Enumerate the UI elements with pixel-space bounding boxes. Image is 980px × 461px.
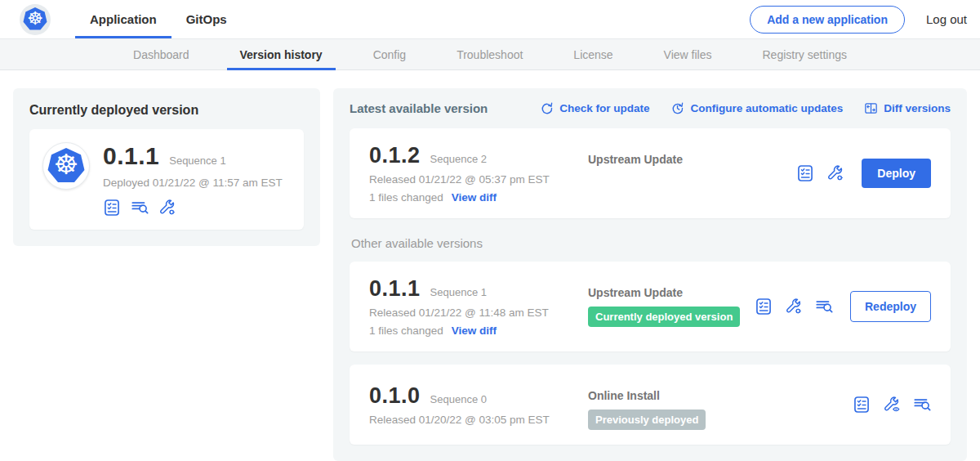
wrench-eye-icon	[883, 396, 901, 414]
deployed-version-info: 0.1.1 Sequence 1 Deployed 01/21/22 @ 11:…	[103, 142, 283, 217]
checklist-icon	[103, 199, 121, 217]
deploy-button[interactable]: Deploy	[862, 159, 931, 188]
kubernetes-helm-wheel-icon: ☸	[23, 7, 48, 32]
top-nav-bar: ☸ Application GitOps Add a new applicati…	[0, 0, 980, 38]
subnav-view-files[interactable]: View files	[646, 39, 730, 69]
checklist-icon	[755, 298, 773, 316]
version-source: Upstream Update Currently deployed versi…	[588, 276, 755, 327]
view-files-button[interactable]	[131, 199, 149, 217]
deployed-sequence: Sequence 1	[169, 154, 225, 167]
check-for-update-link[interactable]: Check for update	[540, 101, 649, 115]
version-number: 0.1.2	[369, 143, 421, 168]
split-compare-icon	[864, 101, 878, 115]
release-notes-button[interactable]	[103, 199, 121, 217]
subnav-troubleshoot[interactable]: Troubleshoot	[439, 39, 541, 69]
tab-application-label: Application	[90, 12, 157, 26]
currently-deployed-panel: Currently deployed version ☸ 0.1.1 Seque…	[13, 88, 320, 246]
files-changed-label: 1 files changed	[369, 324, 443, 337]
version-sequence: Sequence 1	[430, 286, 487, 298]
view-files-button[interactable]	[913, 396, 931, 414]
diff-versions-link[interactable]: Diff versions	[864, 101, 951, 115]
version-info: 0.1.1 Sequence 1 Released 01/21/22 @ 11:…	[369, 276, 588, 337]
edit-config-button[interactable]	[158, 199, 176, 217]
subnav-registry-settings[interactable]: Registry settings	[745, 39, 865, 69]
latest-version-title: Latest available version	[350, 101, 488, 115]
subnav-license[interactable]: License	[555, 39, 630, 69]
version-info: 0.1.2 Sequence 2 Released 01/21/22 @ 05:…	[369, 143, 588, 204]
version-number: 0.1.1	[369, 276, 421, 302]
checklist-icon	[796, 164, 814, 182]
view-config-button[interactable]	[883, 396, 901, 414]
deployed-timestamp: Deployed 01/21/22 @ 11:57 am EST	[103, 177, 283, 189]
subnav-config[interactable]: Config	[355, 39, 424, 69]
previously-deployed-badge: Previously deployed	[588, 410, 706, 430]
release-notes-button[interactable]	[796, 164, 814, 182]
view-diff-link[interactable]: View diff	[452, 191, 497, 204]
check-for-update-label: Check for update	[559, 102, 649, 114]
history-header-actions: Check for update Configure automatic upd…	[540, 101, 951, 115]
tab-gitops[interactable]: GitOps	[172, 0, 242, 38]
kubernetes-helm-wheel-icon: ☸	[47, 147, 86, 185]
source-label: Upstream Update	[588, 286, 755, 299]
subnav-version-history[interactable]: Version history	[222, 39, 341, 69]
version-source: Upstream Update	[588, 143, 796, 166]
configure-automatic-updates-link[interactable]: Configure automatic updates	[670, 101, 843, 115]
refresh-arrow-icon	[540, 101, 554, 115]
version-number: 0.1.0	[369, 383, 421, 409]
diff-versions-label: Diff versions	[884, 102, 951, 114]
logout-link[interactable]: Log out	[926, 12, 967, 26]
history-panel-header: Latest available version Check for updat…	[350, 101, 951, 115]
lines-magnifier-icon	[131, 199, 149, 217]
released-timestamp: Released 01/21/22 @ 11:48 am EST	[369, 307, 588, 319]
version-actions	[853, 396, 931, 414]
app-type-tabs: Application GitOps	[75, 0, 242, 38]
configure-automatic-updates-label: Configure automatic updates	[690, 102, 843, 114]
released-timestamp: Released 01/21/22 @ 05:37 pm EST	[369, 173, 588, 186]
tab-gitops-label: GitOps	[186, 12, 227, 26]
version-card-deployed: 0.1.1 Sequence 1 Released 01/21/22 @ 11:…	[350, 262, 951, 351]
files-changed-label: 1 files changed	[369, 191, 443, 204]
version-sequence: Sequence 2	[430, 153, 487, 165]
kubernetes-logo: ☸	[20, 4, 51, 35]
source-label: Online Install	[588, 389, 853, 402]
release-notes-button[interactable]	[853, 396, 871, 414]
version-sequence: Sequence 0	[430, 393, 487, 405]
deployed-version-number: 0.1.1	[103, 142, 159, 170]
app-subnav: Dashboard Version history Config Trouble…	[0, 38, 980, 70]
deployed-version-card: ☸ 0.1.1 Sequence 1 Deployed 01/21/22 @ 1…	[29, 129, 304, 230]
tab-application[interactable]: Application	[75, 0, 172, 38]
release-notes-button[interactable]	[755, 298, 773, 316]
version-card-previous: 0.1.0 Sequence 0 Released 01/20/22 @ 03:…	[350, 365, 951, 445]
wrench-gear-icon	[826, 164, 844, 182]
view-diff-link[interactable]: View diff	[452, 324, 497, 337]
app-icon: ☸	[42, 142, 90, 190]
version-actions: Redeploy	[755, 291, 931, 322]
source-label: Upstream Update	[588, 153, 796, 166]
checklist-icon	[853, 396, 871, 414]
other-versions-title: Other available versions	[351, 236, 951, 250]
version-source: Online Install Previously deployed	[588, 379, 853, 430]
main-content: Currently deployed version ☸ 0.1.1 Seque…	[0, 70, 980, 461]
wrench-gear-icon	[785, 298, 803, 316]
lines-magnifier-icon	[815, 298, 833, 316]
version-info: 0.1.0 Sequence 0 Released 01/20/22 @ 03:…	[369, 383, 588, 426]
version-history-panel: Latest available version Check for updat…	[333, 88, 967, 461]
add-application-button[interactable]: Add a new application	[750, 6, 905, 34]
released-timestamp: Released 01/20/22 @ 03:05 pm EST	[369, 414, 588, 426]
subnav-dashboard[interactable]: Dashboard	[115, 39, 207, 69]
deployed-panel-title: Currently deployed version	[29, 103, 304, 118]
wrench-gear-icon	[158, 199, 176, 217]
clock-refresh-icon	[670, 101, 684, 115]
lines-magnifier-icon	[913, 396, 931, 414]
version-actions: Deploy	[796, 159, 931, 188]
currently-deployed-badge: Currently deployed version	[588, 307, 740, 327]
topbar-right: Add a new application Log out	[750, 0, 967, 38]
view-files-button[interactable]	[815, 298, 833, 316]
version-card-latest: 0.1.2 Sequence 2 Released 01/21/22 @ 05:…	[350, 128, 951, 218]
redeploy-button[interactable]: Redeploy	[850, 291, 931, 322]
edit-config-button[interactable]	[826, 164, 844, 182]
edit-config-button[interactable]	[785, 298, 803, 316]
